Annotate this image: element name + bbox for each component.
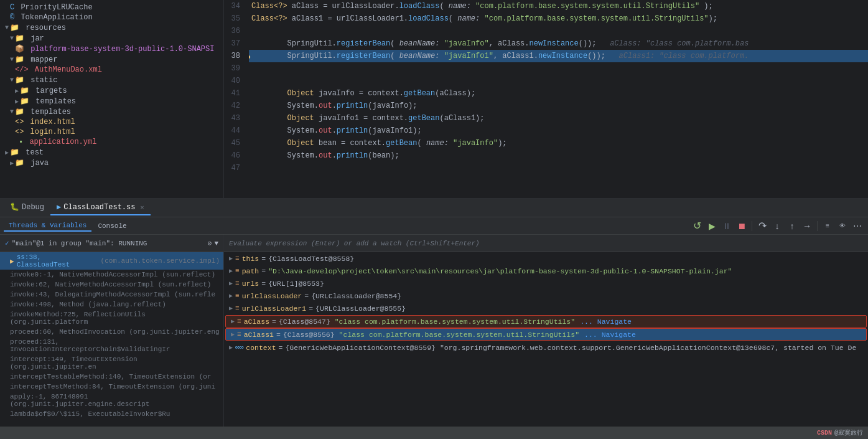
tab-classloadtest[interactable]: ▶ ClassLoadTest.ss ✕ xyxy=(50,200,150,215)
expand-icon[interactable]: ▶ xyxy=(229,344,233,351)
sidebar-item-auth-menu-dao[interactable]: </> AuthMenuDao.xml xyxy=(0,65,223,75)
frame-text: proceed:60, MethodInvocation (org.junit.… xyxy=(10,328,220,336)
stack-frame-6[interactable]: invokeMethod:725, ReflectionUtils (org.j… xyxy=(0,309,223,327)
var-aclass1[interactable]: ▶ ≡ aClass1 = {Class@8556} "class com.pl… xyxy=(225,328,867,341)
console-tab[interactable]: Console xyxy=(93,221,131,231)
expand-icon[interactable]: ▶ xyxy=(229,292,233,300)
stack-frame-1[interactable]: ▶ ss:38, ClassLoadTest (com.auth.token.s… xyxy=(0,252,223,270)
stack-frame-7[interactable]: proceed:60, MethodInvocation (org.junit.… xyxy=(0,327,223,337)
code-line-46: System.out.println(bean); xyxy=(249,149,868,162)
sidebar-item-templates-expanded[interactable]: 📁 templates xyxy=(0,106,223,117)
var-path[interactable]: ▶ ≡ path = "D:\Java-develop\project\toke… xyxy=(224,265,868,277)
line-number-38: 38 xyxy=(224,50,244,62)
sidebar-item-index-html[interactable]: <> index.html xyxy=(0,117,223,127)
navigate-link[interactable]: ... Navigate xyxy=(584,331,636,339)
expand-icon[interactable]: ▶ xyxy=(229,280,233,287)
stack-frame-4[interactable]: invoke:43, DelegatingMethodAccessorImpl … xyxy=(0,290,223,300)
sidebar-item-templates-collapsed[interactable]: 📁 templates xyxy=(0,96,223,106)
chevron-right-icon xyxy=(5,149,9,156)
expand-icon[interactable]: ▶ xyxy=(229,304,233,312)
step-out-button[interactable]: ↑ xyxy=(785,219,799,233)
expand-icon[interactable]: ▶ xyxy=(229,255,233,262)
tab-close-icon[interactable]: ✕ xyxy=(140,204,144,211)
frame-text: intercept:149, TimeoutExtension (org.jun… xyxy=(10,356,220,371)
frame-text: apply:-1, 867148091 (org.junit.jupiter.e… xyxy=(10,393,220,408)
sidebar-item-label: templates xyxy=(30,108,71,116)
line-number-37: 37 xyxy=(224,37,244,50)
code-content[interactable]: Class<?> aClass = urlClassLoader.loadCla… xyxy=(249,0,868,198)
tab-debug[interactable]: 🐛 Debug xyxy=(4,200,50,215)
sidebar-item-token-application[interactable]: © TokenApplication xyxy=(0,12,223,22)
dropdown-icon[interactable]: ▼ xyxy=(214,240,218,247)
stack-frame-13[interactable]: lambda$of$0/\$115, ExecutableInvoker$Ru xyxy=(0,409,223,419)
sidebar-item-java[interactable]: 📁 java xyxy=(0,158,223,168)
frame-text: invoke0:-1, NativeMethodAccessorImpl (su… xyxy=(10,271,215,278)
run-to-cursor-button[interactable]: → xyxy=(800,219,814,233)
sidebar-item-test[interactable]: 📁 test xyxy=(0,147,223,158)
line-number-41: 41 xyxy=(224,87,244,100)
sidebar-item-resources[interactable]: 📁 resources xyxy=(0,22,223,33)
frame-text: interceptTestMethod:84, TimeoutExtension… xyxy=(10,383,215,390)
sidebar-item-login-html[interactable]: <> login.html xyxy=(0,127,223,137)
code-line-41: Object javaInfo = context.getBean(aClass… xyxy=(249,87,868,100)
pause-button[interactable]: ⏸ xyxy=(720,219,734,233)
sidebar-item-label: test xyxy=(26,148,44,157)
var-context[interactable]: ▶ ∞∞ context = {GenericWebApplicationCon… xyxy=(224,341,868,354)
chevron-down-icon xyxy=(10,35,14,42)
restart-button[interactable]: ↺ xyxy=(690,219,704,233)
var-url-classloader[interactable]: ▶ ≡ urlClassLoader = {URLClassLoader@855… xyxy=(224,290,868,302)
sidebar-item-label: index.html xyxy=(30,118,75,126)
sidebar-item-static[interactable]: 📁 static xyxy=(0,75,223,85)
stack-frame-5[interactable]: invoke:498, Method (java.lang.reflect) xyxy=(0,300,223,309)
stack-frame-2[interactable]: invoke0:-1, NativeMethodAccessorImpl (su… xyxy=(0,270,223,280)
var-aclass[interactable]: ▶ ≡ aClass = {Class@8547} "class com.pla… xyxy=(225,315,867,328)
sidebar-item-label: login.html xyxy=(30,128,75,136)
var-field-icon: ≡ xyxy=(235,280,240,287)
stack-frame-10[interactable]: interceptTestableMethod:140, TimeoutExte… xyxy=(0,372,223,382)
debug-panel: 🐛 Debug ▶ ClassLoadTest.ss ✕ Threads & V… xyxy=(0,198,868,427)
stack-frame-9[interactable]: intercept:149, TimeoutExtension (org.jun… xyxy=(0,354,223,372)
sidebar-item-priority-lru-cache[interactable]: C PriorityLRUCache xyxy=(0,2,223,12)
sidebar-item-jar-file[interactable]: 📦 platform-base-system-3d-public-1.0-SNA… xyxy=(0,44,223,54)
toolbar-separator-1 xyxy=(752,221,752,231)
var-url-classloader1[interactable]: ▶ ≡ urlClassLoader1 = {URLClassLoader@85… xyxy=(224,302,868,314)
frame-text: invoke:498, Method (java.lang.reflect) xyxy=(10,301,166,308)
code-line-38: ● SpringUtil.registerBean( beanName: "ja… xyxy=(249,50,868,62)
stack-frame-12[interactable]: apply:-1, 867148091 (org.junit.jupiter.e… xyxy=(0,392,223,409)
frame-text: proceed:131, InvocationInterceptorChain$… xyxy=(10,338,220,353)
sidebar-item-label: jar xyxy=(30,34,44,43)
watch-button[interactable]: 👁 xyxy=(836,219,849,233)
resume-button[interactable]: ▶ xyxy=(705,219,719,233)
sidebar-item-mapper[interactable]: 📁 mapper xyxy=(0,54,223,65)
stack-frame-11[interactable]: interceptTestMethod:84, TimeoutExtension… xyxy=(0,382,223,392)
sidebar-item-jar-folder[interactable]: 📁 jar xyxy=(0,33,223,44)
html-file-icon: <> xyxy=(15,128,24,136)
csdn-label: CSDN xyxy=(817,430,832,437)
yaml-file-icon: ▪ xyxy=(19,138,23,146)
sidebar-item-application-yml[interactable]: ▪ application.yml xyxy=(0,137,223,147)
step-into-button[interactable]: ↓ xyxy=(770,219,784,233)
navigate-link[interactable]: ... Navigate xyxy=(580,318,632,326)
eval-bar[interactable]: Evaluate expression (Enter) or add a wat… xyxy=(224,235,868,252)
expand-icon[interactable]: ▶ xyxy=(231,331,235,338)
folder-icon: 📁 xyxy=(10,148,19,157)
sidebar-item-targets[interactable]: 📁 targets xyxy=(0,85,223,96)
more-button[interactable]: ⋯ xyxy=(851,219,864,233)
expand-icon[interactable]: ▶ xyxy=(231,318,235,325)
stop-button[interactable]: ⏹ xyxy=(735,219,749,233)
chevron-down-icon xyxy=(10,56,14,63)
code-area[interactable]: 34 35 36 37 38 39 40 41 42 43 44 45 46 4… xyxy=(224,0,868,198)
line-number-40: 40 xyxy=(224,75,244,87)
evaluate-button[interactable]: ≡ xyxy=(821,219,834,233)
threads-variables-tab[interactable]: Threads & Variables xyxy=(4,220,91,232)
variables-pane: Evaluate expression (Enter) or add a wat… xyxy=(224,235,868,427)
debug-content: ✓ "main"@1 in group "main": RUNNING ⊘ ▼ … xyxy=(0,235,868,427)
step-over-button[interactable]: ↷ xyxy=(755,219,769,233)
stack-frame-3[interactable]: invoke:62, NativeMethodAccessorImpl (sun… xyxy=(0,280,223,290)
expand-icon[interactable]: ▶ xyxy=(229,267,233,275)
var-field-icon: ≡ xyxy=(237,318,241,325)
stack-frame-8[interactable]: proceed:131, InvocationInterceptorChain$… xyxy=(0,337,223,354)
var-this[interactable]: ▶ ≡ this = {ClassLoadTest@8558} xyxy=(224,252,868,265)
var-urls[interactable]: ▶ ≡ urls = {URL[1]@8553} xyxy=(224,277,868,290)
filter-icon[interactable]: ⊘ xyxy=(208,239,212,247)
